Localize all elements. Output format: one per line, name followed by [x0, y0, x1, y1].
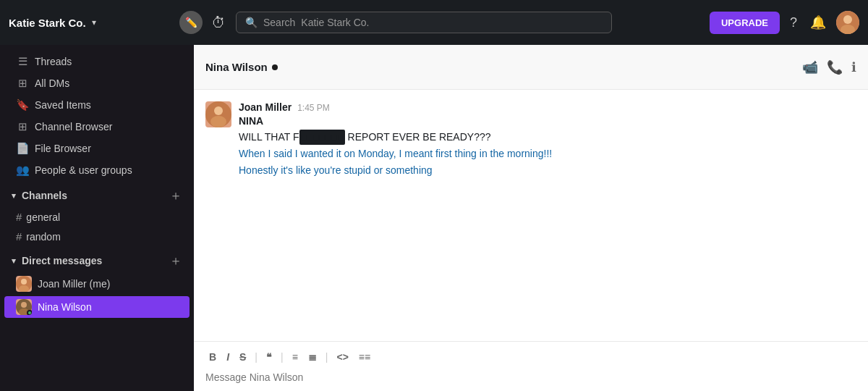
sidebar-item-threads-label: Threads [35, 56, 72, 67]
phone-call-button[interactable]: 📞 [827, 59, 843, 75]
italic-button[interactable]: I [223, 349, 233, 365]
recipient-online-dot [272, 64, 278, 70]
random-hash-icon: # [16, 230, 22, 243]
add-dm-button[interactable]: ＋ [169, 252, 182, 269]
svg-point-1 [843, 15, 852, 24]
notifications-button[interactable]: 🔔 [807, 12, 829, 33]
search-label: Search [263, 17, 295, 28]
chat-header: Nina Wilson 📹 📞 ℹ [194, 45, 868, 90]
channels-section-header[interactable]: ▾ Channels ＋ [0, 181, 194, 207]
message-header: Joan Miller 1:45 PM [239, 101, 856, 113]
chat-header-name: Nina Wilson [205, 61, 278, 73]
toolbar-divider-1: | [252, 351, 260, 363]
dms-section-header[interactable]: ▾ Direct messages ＋ [0, 246, 194, 272]
threads-icon: ☰ [16, 55, 29, 68]
channels-section-label: Channels [22, 190, 67, 201]
chat-recipient-name: Nina Wilson [205, 61, 268, 73]
svg-point-7 [21, 302, 27, 308]
nina-wilson-label: Nina Wilson [38, 301, 92, 313]
sidebar-item-joan-miller[interactable]: Joan Miller (me) [4, 273, 190, 295]
toolbar-divider-3: | [323, 351, 331, 363]
general-hash-icon: # [16, 211, 22, 223]
nav-right: UPGRADE ? 🔔 [710, 11, 859, 34]
sidebar-item-saved-items-label: Saved Items [35, 99, 91, 111]
search-icon: 🔍 [245, 17, 258, 28]
svg-point-10 [214, 106, 223, 115]
message-line-1: WILL THAT F■■■■■■■ REPORT EVER BE READY?… [239, 130, 856, 145]
workspace-chevron-icon: ▾ [92, 17, 96, 28]
ordered-list-button[interactable]: ≣ [305, 349, 320, 365]
channels-chevron-icon: ▾ [12, 191, 16, 201]
sidebar-item-file-browser[interactable]: 📄 File Browser [4, 138, 190, 159]
search-bar[interactable]: 🔍 Search Katie Stark Co. [236, 12, 612, 33]
indent-button[interactable]: ≡≡ [355, 349, 374, 365]
blockquote-button[interactable]: ❝ [263, 349, 276, 365]
sidebar-item-saved-items[interactable]: 🔖 Saved Items [4, 95, 190, 115]
sidebar-item-channel-browser[interactable]: ⊞ Channel Browser [4, 117, 190, 137]
svg-point-4 [21, 279, 27, 285]
sidebar-item-people-user-groups[interactable]: 👥 People & user groups [4, 160, 190, 180]
history-button[interactable]: ⏱ [208, 12, 229, 34]
joan-message-avatar [205, 101, 231, 127]
dms-section-label: Direct messages [22, 255, 102, 266]
video-call-button[interactable]: 📹 [802, 59, 818, 75]
code-button[interactable]: <> [333, 349, 352, 365]
nina-wilson-avatar [16, 299, 32, 315]
bullet-list-button[interactable]: ≡ [289, 349, 302, 365]
input-toolbar: B I S | ❝ | ≡ ≣ | <> ≡≡ [205, 349, 856, 365]
info-button[interactable]: ℹ [851, 59, 856, 75]
chat-input-area: B I S | ❝ | ≡ ≣ | <> ≡≡ [194, 341, 868, 391]
add-channel-button[interactable]: ＋ [169, 187, 182, 204]
sidebar-item-file-browser-label: File Browser [35, 143, 91, 154]
all-dms-icon: ⊞ [16, 77, 29, 90]
main-area: ☰ Threads ⊞ All DMs 🔖 Saved Items ⊞ Chan… [0, 45, 868, 391]
sidebar-item-nina-wilson[interactable]: Nina Wilson [4, 296, 190, 318]
nina-online-status-dot [27, 310, 32, 315]
message-group-joan: Joan Miller 1:45 PM NINA WILL THAT F■■■■… [205, 101, 856, 180]
sidebar-item-threads[interactable]: ☰ Threads [4, 51, 190, 72]
message-recipient: NINA [239, 115, 856, 127]
workspace-name: Katie Stark Co. [9, 17, 86, 29]
chat-messages: Joan Miller 1:45 PM NINA WILL THAT F■■■■… [194, 90, 868, 341]
joan-miller-label: Joan Miller (me) [38, 278, 110, 290]
censored-word: ■■■■■■■ [299, 130, 345, 145]
file-browser-icon: 📄 [16, 142, 29, 155]
joan-miller-avatar [16, 276, 32, 292]
strikethrough-button[interactable]: S [236, 349, 250, 365]
people-user-groups-icon: 👥 [16, 164, 29, 177]
joan-message-content: Joan Miller 1:45 PM NINA WILL THAT F■■■■… [239, 101, 856, 180]
user-avatar[interactable] [836, 11, 859, 34]
message-time: 1:45 PM [297, 103, 330, 113]
channel-browser-icon: ⊞ [16, 120, 29, 133]
sidebar-item-people-user-groups-label: People & user groups [35, 164, 132, 176]
sidebar: ☰ Threads ⊞ All DMs 🔖 Saved Items ⊞ Chan… [0, 45, 194, 391]
chat-area: Nina Wilson 📹 📞 ℹ Joan Miller 1:45 PM [194, 45, 868, 391]
sidebar-item-general[interactable]: # general [4, 208, 190, 226]
svg-point-11 [210, 116, 226, 127]
upgrade-button[interactable]: UPGRADE [710, 12, 780, 34]
message-input[interactable] [205, 371, 856, 383]
channel-random-label: random [26, 231, 60, 243]
channel-general-label: general [26, 211, 60, 223]
saved-items-icon: 🔖 [16, 98, 29, 112]
nina-wilson-avatar-wrapper [16, 299, 32, 315]
message-line-3: Honestly it's like you're stupid or some… [239, 163, 856, 178]
dms-chevron-icon: ▾ [12, 256, 16, 266]
search-workspace-label: Katie Stark Co. [301, 17, 369, 28]
message-author: Joan Miller [239, 101, 292, 113]
bold-button[interactable]: B [205, 349, 220, 365]
nav-center: ⏱ 🔍 Search Katie Stark Co. [208, 12, 704, 34]
toolbar-divider-2: | [278, 351, 286, 363]
sidebar-item-all-dms[interactable]: ⊞ All DMs [4, 73, 190, 93]
message-line-2: When I said I wanted it on Monday, I mea… [239, 146, 856, 161]
edit-button[interactable]: ✏️ [179, 11, 203, 34]
sidebar-item-channel-browser-label: Channel Browser [35, 121, 112, 133]
sidebar-item-all-dms-label: All DMs [35, 77, 69, 89]
top-nav: Katie Stark Co. ▾ ✏️ ⏱ 🔍 Search Katie St… [0, 0, 868, 45]
help-button[interactable]: ? [787, 12, 800, 33]
chat-header-actions: 📹 📞 ℹ [802, 59, 856, 75]
joan-miller-avatar-wrapper [16, 276, 32, 292]
sidebar-item-random[interactable]: # random [4, 227, 190, 245]
workspace-section: Katie Stark Co. ▾ ✏️ [9, 11, 203, 34]
